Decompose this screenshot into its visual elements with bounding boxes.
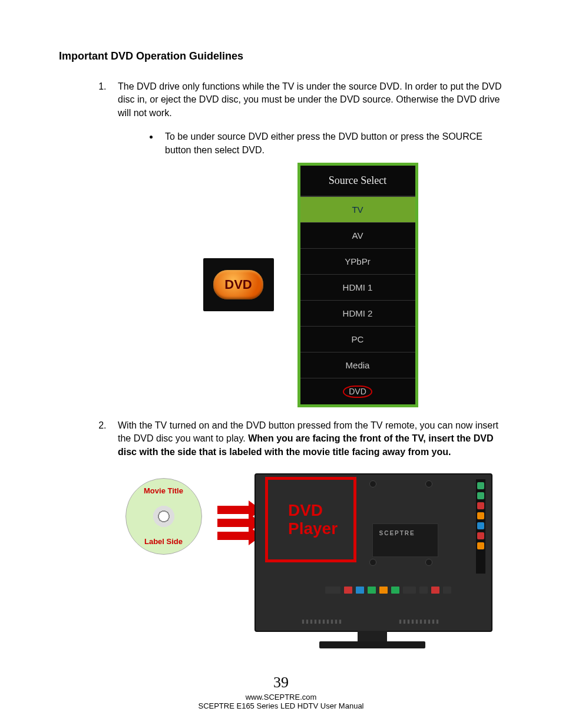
figure-row-1: DVD Source Select TV AV YPbPr HDMI 1 HDM… <box>118 163 503 407</box>
page-footer: 39 www.SCEPTRE.com SCEPTRE E165 Series L… <box>0 674 562 710</box>
dvd-circled-icon: DVD <box>343 386 372 398</box>
source-select-menu: Source Select TV AV YPbPr HDMI 1 HDMI 2 … <box>297 163 418 407</box>
dvd-button-pill: DVD <box>213 270 263 299</box>
insert-arrows-icon <box>214 506 250 540</box>
footer-url: www.SCEPTRE.com <box>0 693 562 701</box>
guideline-2: With the TV turned on and the DVD button… <box>109 419 503 656</box>
guideline-1-sub: To be under source DVD either press the … <box>159 130 503 157</box>
tv-back-diagram: DVD Player SCEPTRE <box>254 473 490 656</box>
menu-header: Source Select <box>300 166 415 196</box>
tv-brand-label: SCEPTRE <box>379 529 415 538</box>
menu-item-pc: PC <box>300 326 415 352</box>
dvd-player-slot: DVD Player <box>265 477 356 562</box>
menu-item-av: AV <box>300 222 415 248</box>
disc-bottom-label: Label Side <box>144 536 183 547</box>
dvd-disc-icon: Movie Title Label Side <box>125 478 202 555</box>
guidelines-list: The DVD drive only functions while the T… <box>59 80 503 656</box>
dvd-remote-button-photo: DVD <box>203 258 274 311</box>
menu-item-dvd: DVD <box>300 378 415 404</box>
dvd-slot-label: DVD Player <box>288 502 338 538</box>
guideline-1-text: The DVD drive only functions while the T… <box>118 81 502 118</box>
footer-manual-title: SCEPTRE E165 Series LED HDTV User Manual <box>0 701 562 710</box>
menu-item-hdmi1: HDMI 1 <box>300 274 415 300</box>
menu-item-media: Media <box>300 352 415 378</box>
disc-top-label: Movie Title <box>144 486 183 496</box>
figure-row-2: Movie Title Label Side DVD Player SCEPTR… <box>106 473 503 656</box>
menu-item-tv: TV <box>300 196 415 222</box>
guideline-1: The DVD drive only functions while the T… <box>109 80 503 407</box>
side-ports-icon <box>476 479 485 574</box>
menu-item-hdmi2: HDMI 2 <box>300 300 415 326</box>
menu-item-ypbpr: YPbPr <box>300 248 415 274</box>
section-heading: Important DVD Operation Guidelines <box>59 50 503 62</box>
bottom-ports-icon <box>325 585 481 595</box>
page-number: 39 <box>0 674 562 691</box>
